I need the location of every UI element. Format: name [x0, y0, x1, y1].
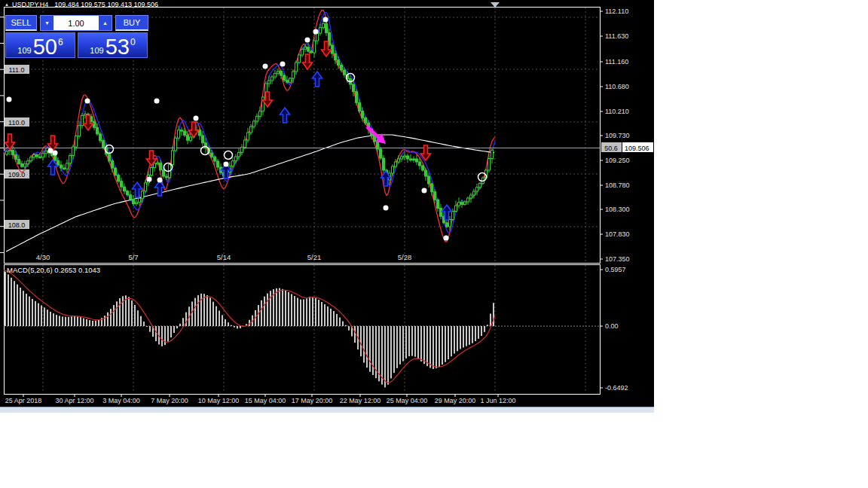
- macd-histogram-bar: [104, 316, 105, 326]
- candle-body: [63, 168, 66, 169]
- macd-histogram-bar: [65, 317, 66, 326]
- macd-histogram-bar: [390, 326, 392, 378]
- time-axis-label: 10 May 12:00: [198, 397, 240, 404]
- macd-histogram-bar: [14, 281, 15, 326]
- candle-body: [470, 195, 472, 198]
- macd-histogram-bar: [222, 315, 223, 326]
- volume-stepper: ▼ ▲: [40, 15, 112, 31]
- macd-histogram-bar: [41, 305, 42, 326]
- macd-histogram-bar: [279, 288, 280, 326]
- macd-histogram-bar: [237, 326, 238, 328]
- signal-dot: [444, 236, 449, 241]
- macd-histogram-bar: [59, 316, 60, 326]
- macd-histogram-bar: [240, 326, 241, 328]
- macd-histogram-bar: [20, 288, 21, 326]
- candle-body: [458, 203, 460, 206]
- candle-body: [15, 155, 17, 160]
- macd-histogram-bar: [191, 301, 193, 326]
- buy-button[interactable]: BUY: [115, 15, 148, 31]
- macd-histogram-bar: [261, 300, 262, 326]
- macd-histogram-bar: [285, 291, 286, 326]
- macd-histogram-bar: [50, 312, 51, 326]
- candle-body: [262, 97, 264, 111]
- macd-histogram-bar: [155, 326, 157, 341]
- macd-histogram-bar: [149, 326, 151, 332]
- titlebar-ohlc-quotes: 109.484 109.575 109.413 109.506: [54, 1, 158, 8]
- macd-histogram-bar: [312, 297, 313, 326]
- macd-histogram-bar: [26, 294, 27, 326]
- candle-body: [398, 159, 400, 162]
- candle-body: [244, 140, 246, 148]
- candle-body: [488, 159, 491, 171]
- macd-histogram-bar: [306, 298, 307, 326]
- macd-histogram-bar: [146, 326, 148, 327]
- sell-button[interactable]: SELL: [5, 15, 37, 31]
- macd-histogram-bar: [417, 326, 419, 359]
- macd-histogram-bar: [228, 322, 229, 326]
- macd-histogram-bar: [231, 325, 232, 326]
- macd-histogram-bar: [5, 272, 6, 326]
- macd-histogram-bar: [333, 311, 335, 326]
- titlebar-symbol: USDJPY,H4: [12, 1, 48, 8]
- candle-body: [344, 70, 346, 75]
- price-axis-label: 110.680: [605, 83, 629, 90]
- candle-body: [78, 126, 81, 136]
- candle-body: [33, 155, 35, 157]
- macd-histogram-bar: [327, 307, 329, 326]
- macd-histogram-bar: [110, 309, 112, 326]
- week-separator-label: 5/14: [217, 253, 231, 261]
- candle-body: [341, 65, 343, 70]
- macd-histogram-bar: [448, 326, 449, 359]
- volume-decrease-button[interactable]: ▼: [41, 16, 53, 30]
- macd-histogram-bar: [134, 305, 136, 326]
- macd-histogram-bar: [234, 326, 235, 328]
- macd-histogram-bar: [423, 326, 425, 364]
- macd-histogram-bar: [258, 305, 259, 326]
- candle-body: [383, 158, 385, 170]
- bid-quote[interactable]: 109 50 6: [5, 32, 75, 58]
- candle-body: [12, 151, 14, 155]
- candle-body: [473, 191, 475, 195]
- macd-histogram-bar: [478, 326, 479, 339]
- candle-body: [434, 192, 436, 200]
- candle-body: [377, 142, 379, 149]
- candle-body: [24, 164, 26, 167]
- candle-body: [452, 212, 454, 220]
- candle-body: [72, 147, 75, 155]
- candle-body: [476, 188, 478, 191]
- macd-histogram-bar: [291, 294, 292, 326]
- macd-histogram-bar: [32, 299, 33, 326]
- candle-body: [304, 47, 307, 50]
- candle-body: [431, 184, 433, 192]
- macd-histogram-bar: [354, 326, 356, 343]
- signal-dot: [48, 148, 53, 154]
- macd-histogram-bar: [206, 295, 208, 326]
- macd-histogram-bar: [381, 326, 383, 385]
- macd-histogram-bar: [98, 320, 99, 326]
- macd-histogram-bar: [8, 274, 9, 326]
- macd-histogram-bar: [432, 326, 434, 369]
- macd-histogram-bar: [95, 321, 96, 326]
- price-axis-label: 107.350: [605, 255, 630, 263]
- volume-increase-button[interactable]: ▲: [99, 16, 112, 30]
- macd-histogram-bar: [345, 325, 347, 326]
- macd-histogram-bar: [460, 326, 461, 349]
- macd-histogram-bar: [436, 326, 437, 368]
- candle-body: [356, 92, 358, 103]
- macd-histogram-bar: [372, 326, 374, 375]
- candle-body: [491, 150, 494, 158]
- macd-histogram-bar: [74, 316, 75, 326]
- macd-histogram-bar: [179, 324, 181, 326]
- macd-histogram-bar: [324, 304, 326, 326]
- ask-quote[interactable]: 109 53 0: [78, 32, 148, 58]
- macd-histogram-bar: [366, 326, 368, 368]
- macd-axis-label: -0.6492: [605, 384, 628, 392]
- candle-body: [362, 111, 364, 118]
- time-axis-label: 25 Apr 2018: [5, 397, 42, 404]
- candle-body: [166, 176, 168, 178]
- candle-body: [21, 164, 23, 167]
- volume-input[interactable]: [53, 16, 99, 30]
- candle-body: [115, 168, 117, 175]
- chart-canvas[interactable]: 111.0110.0109.0108.0112.110111.630111.16…: [0, 0, 654, 407]
- candle-body: [27, 161, 29, 164]
